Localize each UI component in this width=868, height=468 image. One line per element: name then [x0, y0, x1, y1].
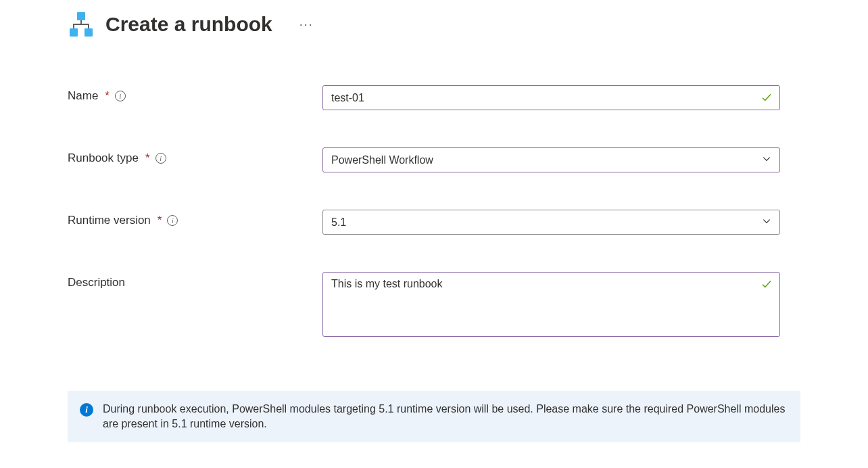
- name-label-text: Name: [68, 89, 98, 103]
- description-input[interactable]: [323, 273, 779, 333]
- required-indicator: *: [145, 151, 150, 165]
- runbook-type-select[interactable]: PowerShell Workflow: [322, 147, 780, 172]
- info-icon[interactable]: i: [167, 215, 178, 226]
- runbook-type-label: Runbook type * i: [68, 147, 322, 165]
- runtime-version-value: 5.1: [323, 210, 779, 234]
- name-input[interactable]: [323, 86, 779, 110]
- page-header: Create a runbook ···: [68, 11, 800, 38]
- runtime-version-row: Runtime version * i 5.1: [68, 210, 800, 235]
- description-label: Description: [68, 272, 322, 289]
- info-icon[interactable]: i: [115, 91, 126, 101]
- info-banner-text: During runbook execution, PowerShell mod…: [103, 402, 788, 431]
- name-label: Name * i: [68, 85, 322, 103]
- more-actions-button[interactable]: ···: [299, 18, 314, 32]
- runbook-icon: [68, 11, 95, 38]
- svg-rect-2: [85, 28, 93, 37]
- name-input-wrapper: [322, 85, 780, 110]
- runbook-type-row: Runbook type * i PowerShell Workflow: [68, 147, 800, 172]
- required-indicator: *: [158, 214, 162, 227]
- info-icon[interactable]: i: [155, 153, 166, 164]
- runtime-version-select[interactable]: 5.1: [322, 210, 780, 235]
- runtime-version-label: Runtime version * i: [68, 210, 322, 227]
- description-label-text: Description: [68, 276, 125, 289]
- info-banner-icon: i: [80, 403, 93, 417]
- runbook-type-value: PowerShell Workflow: [323, 148, 779, 172]
- page-title: Create a runbook: [105, 13, 272, 36]
- name-row: Name * i: [68, 85, 800, 110]
- description-row: Description: [68, 272, 800, 337]
- description-input-wrapper: [322, 272, 780, 337]
- required-indicator: *: [105, 89, 110, 103]
- runbook-type-label-text: Runbook type: [68, 151, 139, 165]
- info-banner: i During runbook execution, PowerShell m…: [68, 391, 800, 442]
- runtime-version-label-text: Runtime version: [68, 214, 151, 227]
- svg-rect-0: [77, 12, 85, 20]
- svg-rect-1: [70, 28, 78, 37]
